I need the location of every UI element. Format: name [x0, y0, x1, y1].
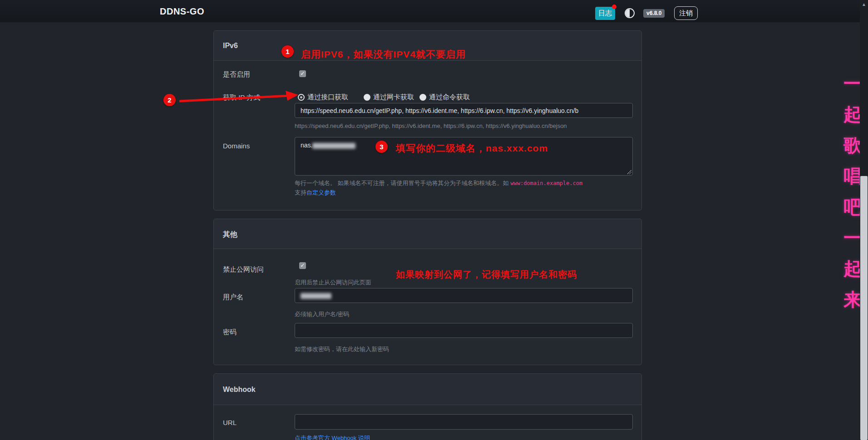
username-label: 用户名: [223, 293, 243, 302]
watermark-char: 一: [843, 222, 862, 253]
webhook-url-label: URL: [223, 419, 237, 426]
username-hint: 必须输入用户名/密码: [295, 310, 350, 318]
radio-get-by-netcard[interactable]: 通过网卡获取: [364, 93, 414, 102]
username-masked-value: [301, 293, 331, 299]
textarea-resize-handle[interactable]: [627, 170, 631, 174]
webhook-section-title: Webhook: [223, 386, 256, 394]
other-card-header: 其他: [214, 219, 641, 249]
watermark-char: 起: [843, 99, 862, 130]
annotation-step1-badge: 1: [281, 45, 294, 58]
radio-get-by-interface[interactable]: 通过接口获取: [298, 93, 348, 102]
log-notification-dot: [612, 5, 616, 9]
password-hint: 如需修改密码，请在此处输入新密码: [295, 345, 389, 353]
annotation-step3-badge: 3: [375, 141, 388, 153]
domains-label: Domains: [223, 142, 250, 150]
app-title: DDNS-GO: [160, 6, 204, 17]
api-url-input[interactable]: [295, 103, 633, 118]
forbid-public-label: 禁止公网访问: [223, 265, 264, 274]
annotation-step2-badge: 2: [163, 94, 176, 106]
theme-toggle-icon[interactable]: [625, 8, 635, 18]
scrollbar: ▲: [860, 0, 868, 440]
radio-unselected-icon: [364, 94, 370, 101]
version-badge: v6.8.0: [643, 9, 665, 18]
password-input[interactable]: [295, 323, 633, 338]
custom-params-link[interactable]: 自定义参数: [306, 189, 336, 196]
custom-params-row: 支持自定义参数: [295, 189, 336, 197]
api-url-hint: https://speed.neu6.edu.cn/getIP.php, htt…: [295, 122, 567, 129]
password-label: 密码: [223, 328, 237, 337]
annotation-step3-text: 填写你的二级域名，nas.xxx.com: [396, 142, 548, 155]
log-button[interactable]: 日志: [595, 7, 615, 20]
watermark-char: 起: [843, 253, 862, 284]
domains-masked-value: [312, 143, 355, 149]
radio-netcard-label: 通过网卡获取: [373, 93, 414, 102]
scrollbar-up-arrow[interactable]: ▲: [860, 2, 868, 7]
webhook-card: Webhook URL 点击参考官方 Webhook 说明: [213, 373, 642, 440]
annotation-step1-text: 启用IPV6，如果没有IPV4就不要启用: [301, 48, 466, 61]
webhook-doc-link[interactable]: 点击参考官方 Webhook 说明: [295, 434, 370, 440]
watermark-char: 歌: [843, 130, 862, 161]
annotation-public-note: 如果映射到公网了，记得填写用户名和密码: [396, 269, 577, 281]
ipv6-section-title: IPv6: [223, 42, 238, 50]
radio-command-label: 通过命令获取: [429, 93, 470, 102]
other-card: 其他 ✓ 禁止公网访问 启用后禁止从公网访问此页面 用户名 必须输入用户名/密码…: [213, 219, 642, 365]
watermark-char: 一: [843, 68, 862, 99]
radio-interface-label: 通过接口获取: [307, 93, 348, 102]
annotation-step2-arrow: [175, 87, 304, 109]
app-header: DDNS-GO 日志 v6.8.0 注销: [0, 0, 868, 22]
other-section-title: 其他: [223, 230, 237, 240]
domains-hint: 每行一个域名。 如果域名不可注册，请使用冒号手动将其分为子域名和根域名。如 ww…: [295, 179, 582, 187]
webhook-url-input[interactable]: [295, 414, 633, 430]
custom-params-prefix: 支持: [295, 189, 306, 196]
watermark-char: 吧: [843, 191, 862, 222]
watermark-char: 唱: [843, 161, 862, 191]
username-input[interactable]: [295, 288, 633, 303]
radio-get-by-command[interactable]: 通过命令获取: [419, 93, 470, 102]
domains-hint-text: 每行一个域名。 如果域名不可注册，请使用冒号手动将其分为子域名和根域名。如: [295, 180, 510, 186]
forbid-public-hint: 启用后禁止从公网访问此页面: [295, 279, 371, 287]
webhook-card-header: Webhook: [214, 374, 641, 405]
forbid-public-checkbox[interactable]: ✓: [299, 262, 306, 269]
scrollbar-thumb[interactable]: [860, 176, 868, 440]
logout-button[interactable]: 注销: [674, 6, 698, 20]
ipv6-enable-label: 是否启用: [223, 70, 250, 79]
domains-hint-code: www:domain.example.com: [510, 180, 582, 186]
domains-visible-value: nas.: [301, 142, 312, 149]
radio-unselected-icon: [419, 94, 426, 101]
theme-toggle-half: [626, 9, 630, 17]
watermark-char: 来: [843, 284, 862, 315]
ipv6-enable-checkbox[interactable]: ✓: [299, 70, 306, 77]
